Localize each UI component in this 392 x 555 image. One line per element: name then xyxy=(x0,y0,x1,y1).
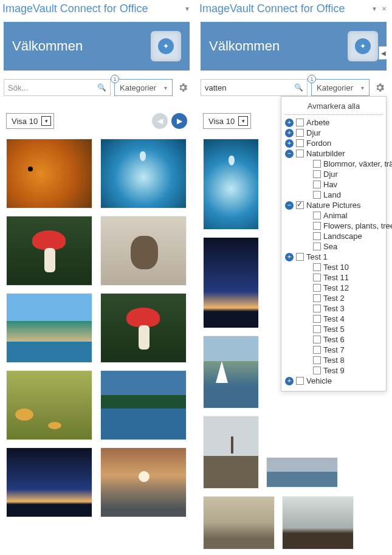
category-checkbox[interactable] xyxy=(313,305,321,312)
thumbnail[interactable] xyxy=(203,496,275,550)
category-label[interactable]: Nature Pictures xyxy=(306,201,361,210)
category-checkbox[interactable] xyxy=(313,336,321,343)
category-item[interactable]: Test 11 xyxy=(285,272,382,283)
thumbnail[interactable] xyxy=(6,293,92,363)
thumbnail[interactable] xyxy=(282,496,354,550)
search-box[interactable]: 🔍 xyxy=(4,79,111,96)
category-checkbox[interactable] xyxy=(313,191,321,199)
thumbnail[interactable] xyxy=(6,370,92,440)
category-item[interactable]: −Nature Pictures xyxy=(285,200,382,210)
category-checkbox[interactable] xyxy=(296,201,304,209)
category-label[interactable]: Test 5 xyxy=(323,325,345,334)
category-item[interactable]: −Naturbilder xyxy=(285,148,382,159)
category-item[interactable]: Test 3 xyxy=(285,303,382,314)
category-label[interactable]: Blommor, växter, träd xyxy=(323,159,392,168)
thumbnail[interactable] xyxy=(203,416,259,489)
category-checkbox[interactable] xyxy=(313,212,321,219)
category-item[interactable]: Test 5 xyxy=(285,324,382,334)
category-label[interactable]: Landscape xyxy=(323,232,362,241)
category-checkbox[interactable] xyxy=(313,367,321,374)
search-input[interactable] xyxy=(205,83,294,92)
category-label[interactable]: Test 2 xyxy=(323,294,345,303)
category-checkbox[interactable] xyxy=(313,232,321,240)
category-label[interactable]: Animal xyxy=(323,211,348,220)
category-checkbox[interactable] xyxy=(296,253,304,261)
search-input[interactable] xyxy=(8,83,97,92)
expand-icon[interactable]: + xyxy=(285,139,294,148)
thumbnail[interactable] xyxy=(6,447,92,517)
category-item[interactable]: Test 10 xyxy=(285,262,382,272)
thumbnail[interactable] xyxy=(6,139,92,209)
settings-button[interactable] xyxy=(176,81,190,94)
collapse-tab[interactable]: ◀ xyxy=(379,46,387,60)
next-page-button[interactable]: ▶ xyxy=(171,113,187,129)
thumbnail[interactable] xyxy=(100,447,187,517)
category-checkbox[interactable] xyxy=(313,181,321,188)
category-item[interactable]: Test 12 xyxy=(285,283,382,293)
thumbnail[interactable] xyxy=(203,139,259,230)
category-item[interactable]: Test 7 xyxy=(285,345,382,355)
category-item[interactable]: Animal xyxy=(285,210,382,221)
category-label[interactable]: Land xyxy=(323,190,341,199)
category-item[interactable]: +Arbete xyxy=(285,117,382,128)
category-item[interactable]: Test 6 xyxy=(285,334,382,345)
category-checkbox[interactable] xyxy=(296,119,304,126)
category-item[interactable]: Test 2 xyxy=(285,293,382,303)
category-label[interactable]: Hav xyxy=(323,180,337,189)
category-label[interactable]: Fordon xyxy=(306,139,331,148)
category-item[interactable]: Djur xyxy=(285,169,382,179)
settings-button[interactable] xyxy=(373,81,387,94)
categories-dropdown[interactable]: Avmarkera alla +Arbete+Djur+Fordon−Natur… xyxy=(281,96,387,391)
category-label[interactable]: Test 6 xyxy=(323,335,345,344)
category-checkbox[interactable] xyxy=(313,294,321,302)
category-item[interactable]: Hav xyxy=(285,179,382,190)
category-label[interactable]: Test 11 xyxy=(323,273,349,282)
category-item[interactable]: Land xyxy=(285,190,382,200)
pane-menu-icon[interactable]: ▼ xyxy=(371,5,378,12)
category-checkbox[interactable] xyxy=(313,263,321,271)
thumbnail[interactable] xyxy=(203,237,259,328)
category-label[interactable]: Arbete xyxy=(306,118,329,127)
category-checkbox[interactable] xyxy=(313,160,321,168)
expand-icon[interactable]: + xyxy=(285,119,294,127)
expand-icon[interactable]: + xyxy=(285,129,294,137)
category-item[interactable]: Landscape xyxy=(285,231,382,241)
categories-button[interactable]: Kategorier ▾ xyxy=(114,79,173,96)
category-item[interactable]: +Vehicle xyxy=(285,376,382,386)
category-label[interactable]: Test 1 xyxy=(306,252,328,261)
category-label[interactable]: Naturbilder xyxy=(306,149,345,158)
category-label[interactable]: Test 4 xyxy=(323,314,345,323)
categories-button[interactable]: Kategorier ▾ xyxy=(311,79,370,96)
category-checkbox[interactable] xyxy=(313,356,321,364)
page-size-select[interactable]: Visa 10 ▾ xyxy=(203,113,251,129)
category-item[interactable]: +Test 1 xyxy=(285,252,382,262)
category-checkbox[interactable] xyxy=(313,274,321,281)
category-checkbox[interactable] xyxy=(313,284,321,292)
category-item[interactable]: +Fordon xyxy=(285,138,382,148)
thumbnail[interactable] xyxy=(100,293,187,363)
collapse-icon[interactable]: − xyxy=(285,201,294,210)
category-checkbox[interactable] xyxy=(313,243,321,250)
category-item[interactable]: Sea xyxy=(285,241,382,252)
search-box[interactable]: 🔍 xyxy=(201,79,308,96)
category-label[interactable]: Test 8 xyxy=(323,356,345,365)
deselect-all-link[interactable]: Avmarkera alla xyxy=(285,100,382,113)
thumbnail[interactable] xyxy=(6,216,92,286)
category-label[interactable]: Djur xyxy=(306,128,321,137)
category-label[interactable]: Test 12 xyxy=(323,283,349,292)
category-label[interactable]: Test 7 xyxy=(323,345,345,354)
category-checkbox[interactable] xyxy=(313,315,321,323)
category-item[interactable]: +Djur xyxy=(285,128,382,138)
category-checkbox[interactable] xyxy=(313,222,321,230)
category-checkbox[interactable] xyxy=(313,170,321,178)
close-icon[interactable]: ✕ xyxy=(380,5,388,12)
category-label[interactable]: Test 10 xyxy=(323,263,349,272)
search-icon[interactable]: 🔍 xyxy=(294,83,303,92)
thumbnail[interactable] xyxy=(266,457,338,488)
category-checkbox[interactable] xyxy=(296,150,304,157)
category-item[interactable]: Test 9 xyxy=(285,365,382,376)
category-checkbox[interactable] xyxy=(296,129,304,137)
category-label[interactable]: Vehicle xyxy=(306,376,332,385)
category-label[interactable]: Sea xyxy=(323,242,337,251)
category-label[interactable]: Djur xyxy=(323,170,338,179)
